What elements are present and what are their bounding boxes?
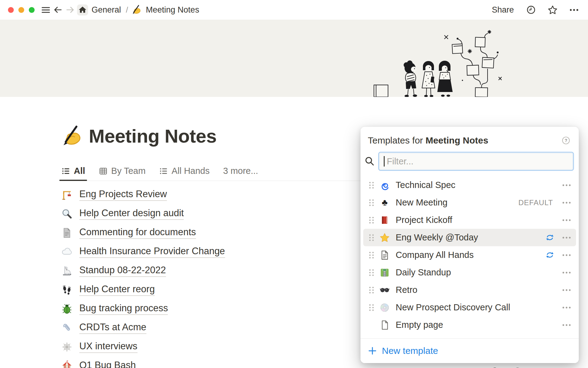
- drag-handle-icon[interactable]: [366, 285, 377, 296]
- template-row-menu-button[interactable]: [560, 215, 572, 226]
- recurring-icon: [545, 232, 555, 243]
- ice-skate-icon: [61, 265, 73, 277]
- favorite-button[interactable]: [546, 4, 559, 16]
- window-controls: [8, 7, 35, 13]
- template-label: Daily Standup: [396, 267, 451, 278]
- templates-popup-title: Templates for Meeting Notes: [368, 135, 488, 146]
- drag-handle-icon[interactable]: [366, 250, 377, 261]
- template-row-daily-standup[interactable]: Daily Standup: [363, 264, 576, 281]
- page-link-label: Q1 Bug Bash: [79, 360, 136, 368]
- tab-3-more[interactable]: 3 more...: [223, 161, 258, 181]
- page-link-label: Help Center design audit: [79, 208, 184, 220]
- zoom-window-button[interactable]: [29, 7, 35, 13]
- breadcrumb: General / Meeting Notes: [90, 5, 200, 15]
- document-lines-icon: [379, 250, 390, 260]
- drag-handle-icon[interactable]: [366, 267, 377, 278]
- page-link-q1-bug-bash[interactable]: Q1 Bug Bash: [61, 356, 225, 368]
- template-row-new-prospect-discovery-call[interactable]: New Prospect Discovery Call: [363, 299, 576, 316]
- crane-icon: [61, 189, 73, 201]
- template-row-technical-spec[interactable]: Technical Spec: [363, 176, 576, 194]
- page-link-crdts-at-acme[interactable]: CRDTs at Acme: [61, 318, 225, 337]
- page-link-label: UX interviews: [79, 341, 138, 353]
- page-header: Meeting Notes: [61, 125, 217, 147]
- writing-hand-icon[interactable]: [61, 125, 83, 147]
- breadcrumb-item-meeting-notes[interactable]: Meeting Notes: [145, 5, 200, 15]
- page-link-bug-tracking-process[interactable]: Bug tracking process: [61, 299, 225, 318]
- page-link-help-center-reorg[interactable]: Help Center reorg: [61, 280, 225, 299]
- drag-handle-icon[interactable]: [366, 215, 377, 226]
- new-template-label: New template: [382, 346, 438, 356]
- template-row-empty-page[interactable]: Empty page: [363, 316, 576, 334]
- tab-label: By Team: [111, 166, 145, 176]
- recurring-icon: [545, 250, 555, 260]
- template-row-menu-button[interactable]: [560, 267, 572, 278]
- svg-text:♣: ♣: [382, 197, 387, 207]
- home-button[interactable]: [76, 4, 89, 16]
- drag-handle-icon[interactable]: [366, 302, 377, 313]
- template-row-menu-button[interactable]: [560, 302, 572, 313]
- template-label: Company All Hands: [396, 250, 474, 260]
- hamburger-icon: [41, 5, 51, 15]
- drag-handle-icon[interactable]: [366, 180, 377, 191]
- window-titlebar: General / Meeting Notes Share: [0, 0, 588, 20]
- page-link-ux-interviews[interactable]: UX interviews: [61, 337, 225, 356]
- template-row-new-meeting[interactable]: ♣New MeetingDEFAULT: [363, 194, 576, 211]
- breadcrumb-item-general[interactable]: General: [90, 5, 122, 15]
- clock-icon: [526, 5, 536, 15]
- templates-popup-header: Templates for Meeting Notes ?: [360, 127, 579, 146]
- template-row-menu-button[interactable]: [560, 197, 572, 208]
- page-link-commenting-for-documents[interactable]: Commenting for documents: [61, 223, 225, 242]
- cd-icon: [379, 302, 390, 313]
- page-link-label: Commenting for documents: [79, 227, 196, 239]
- page-link-label: CRDTs at Acme: [79, 322, 146, 334]
- template-row-menu-button[interactable]: [560, 250, 572, 261]
- drag-handle-icon[interactable]: [366, 232, 377, 243]
- tab-label: 3 more...: [223, 166, 258, 176]
- page-link-health-insurance-provider-change[interactable]: Health Insurance Provider Change: [61, 242, 225, 261]
- star-icon: [379, 232, 390, 243]
- app-window: General / Meeting Notes Share: [0, 0, 588, 368]
- tab-by-team[interactable]: By Team: [99, 161, 145, 181]
- template-row-company-all-hands[interactable]: Company All Hands: [363, 246, 576, 264]
- template-filter-input[interactable]: [378, 152, 574, 171]
- writing-hand-icon: [132, 5, 141, 15]
- page-link-standup-08-22-2022[interactable]: Standup 08-22-2022: [61, 261, 225, 280]
- template-label: Eng Weekly @Today: [396, 232, 478, 243]
- page-link-help-center-design-audit[interactable]: Help Center design audit: [61, 204, 225, 223]
- page-link-eng-projects-review[interactable]: Eng Projects Review: [61, 185, 225, 204]
- updates-button[interactable]: [525, 4, 537, 16]
- template-row-eng-weekly-today[interactable]: Eng Weekly @Today: [363, 229, 576, 246]
- forward-button[interactable]: [64, 4, 76, 16]
- page-link-label: Eng Projects Review: [79, 189, 167, 201]
- template-row-project-kickoff[interactable]: Project Kickoff: [363, 211, 576, 229]
- footprints-icon: [61, 284, 73, 296]
- paperclip-icon: [61, 322, 73, 334]
- template-row-menu-button[interactable]: [560, 180, 572, 191]
- page-menu-button[interactable]: [568, 4, 580, 16]
- page-link-label: Bug tracking process: [79, 303, 168, 315]
- new-template-button[interactable]: New template: [360, 338, 579, 363]
- share-button[interactable]: Share: [490, 4, 516, 16]
- cover-illustration: [369, 20, 510, 97]
- motorway-icon: [379, 267, 390, 278]
- tab-all-hands[interactable]: All Hands: [159, 161, 209, 181]
- template-row-menu-button[interactable]: [560, 232, 572, 243]
- sidebar-toggle-button[interactable]: [40, 4, 52, 16]
- back-button[interactable]: [52, 4, 64, 16]
- template-label: Technical Spec: [396, 180, 455, 190]
- list-view-icon: [159, 167, 168, 176]
- tab-all[interactable]: All: [61, 161, 85, 181]
- minimize-window-button[interactable]: [18, 7, 24, 13]
- page-title[interactable]: Meeting Notes: [89, 125, 217, 147]
- spiderweb-icon: [61, 341, 73, 353]
- home-icon: [77, 4, 88, 16]
- cover-image: [0, 20, 588, 97]
- drag-handle-icon[interactable]: [366, 197, 377, 208]
- template-row-menu-button[interactable]: [560, 320, 572, 331]
- help-button[interactable]: ?: [561, 136, 571, 145]
- template-row-retro[interactable]: Retro: [363, 281, 576, 299]
- table-view-icon: [99, 167, 108, 176]
- template-row-menu-button[interactable]: [560, 285, 572, 296]
- page-list: Eng Projects ReviewHelp Center design au…: [61, 185, 225, 368]
- close-window-button[interactable]: [8, 7, 14, 13]
